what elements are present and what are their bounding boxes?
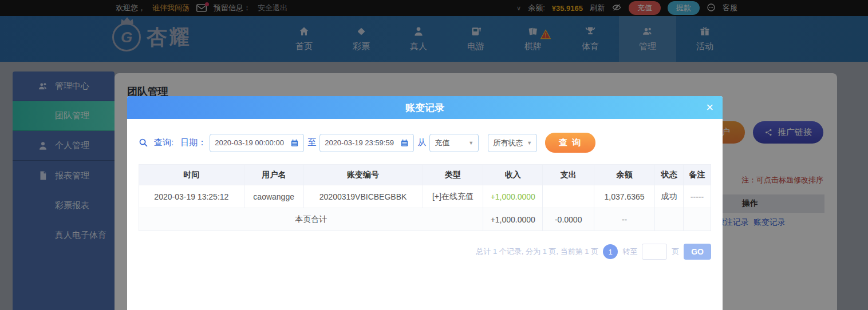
goto-page-input[interactable] xyxy=(642,244,667,260)
cell-user: caowangge xyxy=(244,185,303,208)
caret-down-icon: ▼ xyxy=(527,140,532,146)
table-row: 2020-03-19 13:25:12 caowangge 20200319VB… xyxy=(139,185,711,208)
search-icon xyxy=(139,138,148,148)
calendar-icon[interactable] xyxy=(400,138,409,148)
type-select-value: 充值 xyxy=(435,138,449,148)
cell-income: +1,000.0000 xyxy=(483,185,543,208)
date-to-input[interactable] xyxy=(325,138,397,147)
modal-header: 账变记录 × xyxy=(127,96,723,119)
page-number-button[interactable]: 1 xyxy=(603,244,618,259)
cell-balance: 1,037.6365 xyxy=(594,185,655,208)
modal-title: 账变记录 xyxy=(405,101,444,114)
cell-expense xyxy=(543,185,594,208)
summary-remark xyxy=(684,208,711,231)
calendar-icon[interactable] xyxy=(290,138,299,148)
status-select-value: 所有状态 xyxy=(493,138,523,148)
col-header-status[interactable]: 状态 xyxy=(655,165,684,185)
pagination: 总计 1 个记录, 分为 1 页, 当前第 1 页 1 转至 页 GO xyxy=(139,244,711,260)
to-label: 至 xyxy=(307,137,316,148)
account-change-table: 时间 用户名 账变编号 类型 收入 支出 余额 状态 备注 2020-03-19… xyxy=(139,164,711,231)
pagination-info: 总计 1 个记录, 分为 1 页, 当前第 1 页 xyxy=(476,247,598,257)
col-header-balance[interactable]: 余额 xyxy=(594,165,655,185)
summary-income: +1,000.0000 xyxy=(483,208,543,231)
query-label: 查询: xyxy=(154,137,173,148)
date-label: 日期： xyxy=(180,137,206,148)
col-header-type[interactable]: 类型 xyxy=(423,165,483,185)
summary-status xyxy=(655,208,684,231)
col-header-remark[interactable]: 备注 xyxy=(684,165,711,185)
go-button[interactable]: GO xyxy=(684,244,711,260)
summary-row: 本页合计 +1,000.0000 -0.0000 -- xyxy=(139,208,711,231)
cell-type: [+]在线充值 xyxy=(423,185,483,208)
date-from-input[interactable] xyxy=(215,138,287,147)
summary-balance: -- xyxy=(594,208,655,231)
goto-label: 转至 xyxy=(622,247,637,257)
from-label: 从 xyxy=(417,137,426,148)
col-header-user[interactable]: 用户名 xyxy=(244,165,303,185)
caret-down-icon: ▼ xyxy=(468,140,474,146)
search-button[interactable]: 查 询 xyxy=(545,133,595,153)
summary-expense: -0.0000 xyxy=(543,208,594,231)
summary-label: 本页合计 xyxy=(139,208,483,231)
date-from-wrap xyxy=(210,134,304,152)
cell-remark: ----- xyxy=(684,185,711,208)
query-toolbar: 查询: 日期： 至 从 充值 ▼ 所有状态 ▼ 查 询 xyxy=(139,133,711,153)
close-icon[interactable]: × xyxy=(706,101,713,114)
col-header-income[interactable]: 收入 xyxy=(483,165,543,185)
type-select[interactable]: 充值 ▼ xyxy=(429,134,479,152)
status-select[interactable]: 所有状态 ▼ xyxy=(488,134,537,152)
date-to-wrap xyxy=(319,134,414,152)
col-header-expense[interactable]: 支出 xyxy=(543,165,594,185)
col-header-time[interactable]: 时间 xyxy=(139,165,244,185)
page-unit-label: 页 xyxy=(672,247,679,257)
cell-serial: 20200319VBICBEGBBK xyxy=(303,185,423,208)
col-header-serial[interactable]: 账变编号 xyxy=(303,165,423,185)
cell-time: 2020-03-19 13:25:12 xyxy=(139,185,244,208)
table-header-row: 时间 用户名 账变编号 类型 收入 支出 余额 状态 备注 xyxy=(139,165,711,185)
account-change-modal: 账变记录 × 查询: 日期： 至 从 充值 ▼ 所有状态 ▼ 查 询 xyxy=(127,96,723,310)
cell-status: 成功 xyxy=(655,185,684,208)
